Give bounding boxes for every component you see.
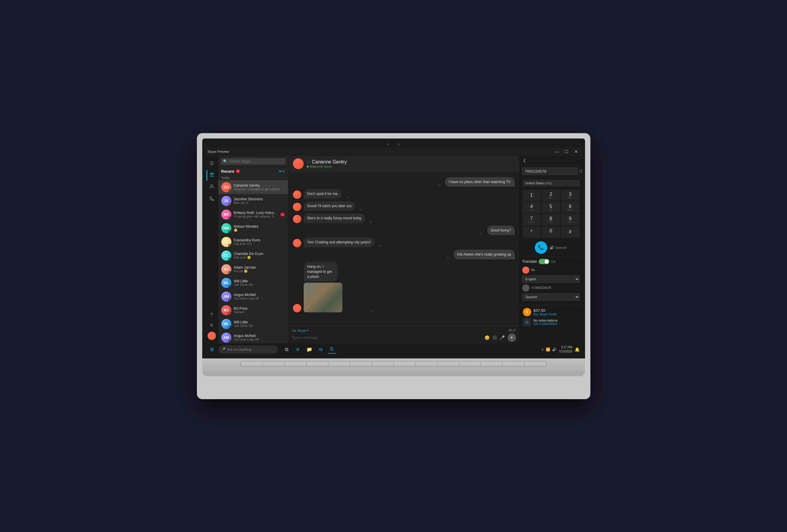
dial-key-3[interactable]: 3 DEF bbox=[561, 190, 580, 201]
translate-me-row: Me bbox=[522, 267, 580, 274]
star-icon[interactable]: ☆ bbox=[307, 160, 310, 164]
dial-key-8[interactable]: 8 TUV bbox=[541, 214, 560, 226]
taskview-button[interactable]: ⧉ bbox=[282, 345, 291, 354]
volume-icon[interactable]: 🔊 bbox=[552, 348, 556, 352]
speaker-icon: 🔊 bbox=[550, 245, 554, 250]
contact-item-1[interactable]: JS Jazmine Simmons Miss you X bbox=[218, 194, 288, 208]
contact-language-select[interactable]: Spanish English French German bbox=[522, 293, 580, 301]
contact-avatar-9: MJ bbox=[221, 305, 231, 315]
network-icon[interactable]: 📶 bbox=[546, 348, 550, 352]
get-subscription-link[interactable]: Get a subscription bbox=[534, 322, 558, 326]
chevron-via-icon: ▾ bbox=[307, 329, 309, 332]
tray-up-icon[interactable]: ∧ bbox=[541, 348, 544, 352]
all-filter[interactable]: All ▾ bbox=[279, 170, 285, 173]
dial-key-2[interactable]: 2 ABC bbox=[541, 190, 560, 201]
image-send-button[interactable]: 🖼 bbox=[492, 335, 497, 340]
backspace-button[interactable]: ⌫ bbox=[579, 169, 582, 174]
send-button[interactable]: ➤ bbox=[508, 333, 516, 342]
contact-item-4[interactable]: CD Cassandra Dunn Call 5min 47s bbox=[218, 235, 288, 249]
emoji-button[interactable]: 😊 bbox=[485, 335, 490, 340]
phone-nav-icon bbox=[209, 196, 214, 202]
call-button[interactable]: 📞 bbox=[535, 241, 547, 254]
contact-item-6[interactable]: AJ Adam Jarman Not yet 😊 bbox=[218, 262, 288, 276]
maximize-button[interactable]: ☐ bbox=[563, 149, 570, 154]
s-icon: S bbox=[526, 310, 528, 314]
notifications-icon[interactable]: 🔔 bbox=[575, 347, 580, 352]
message-row-4: Good funny? 12 bbox=[293, 226, 515, 236]
dial-letters-10: • bbox=[550, 233, 551, 236]
msg-time-4: 12 bbox=[480, 232, 483, 235]
help-button[interactable]: ? bbox=[207, 309, 217, 320]
contact-item-9[interactable]: MJ MJ Price Teehee! bbox=[218, 304, 288, 317]
me-language-select[interactable]: English Spanish French German bbox=[522, 275, 580, 283]
dial-key-4[interactable]: 4 GHI bbox=[522, 202, 541, 214]
translate-toggle[interactable] bbox=[539, 259, 549, 264]
message-input[interactable] bbox=[292, 334, 482, 341]
contact-name-5: Charlotte De Crum bbox=[234, 252, 285, 256]
dial-key-9[interactable]: 9 ABC bbox=[561, 214, 580, 226]
contact-item-3[interactable]: NM Nelson Morales 😊 bbox=[218, 221, 288, 235]
messages-area: I have no plans other than watching TV. … bbox=[288, 172, 519, 326]
dial-key-#[interactable]: # bbox=[561, 226, 580, 238]
dial-key-*[interactable]: * bbox=[522, 226, 541, 238]
windows-start-button[interactable]: ⊞ bbox=[208, 345, 216, 354]
contact-item-0[interactable]: CG Carianne Gentry Hang on, I managed to… bbox=[218, 180, 288, 194]
store-icon: 🛍 bbox=[319, 347, 323, 352]
contact-item-7[interactable]: WL Will Little Call 10min 32s bbox=[218, 276, 288, 290]
dial-key-5[interactable]: 5 JKL bbox=[541, 202, 560, 214]
phone-number-input[interactable] bbox=[522, 168, 578, 175]
settings-button[interactable]: ⚙ bbox=[207, 320, 217, 331]
status-dot-10 bbox=[229, 326, 231, 329]
country-selector[interactable]: United States (+1) bbox=[522, 179, 580, 187]
taskview-icon: ⧉ bbox=[285, 347, 288, 352]
contact-avatar-6: AJ bbox=[221, 264, 231, 274]
explorer-button[interactable]: 📁 bbox=[305, 345, 314, 354]
taskbar-clock[interactable]: 3:17 PM 7/15/2016 bbox=[559, 345, 572, 354]
dial-key-7[interactable]: 7 PQRS bbox=[522, 214, 541, 226]
contact-preview-4: Call 5min 47s bbox=[234, 242, 285, 245]
close-button[interactable]: ✕ bbox=[573, 149, 580, 154]
recent-label: Recent bbox=[221, 169, 234, 174]
minimize-button[interactable]: — bbox=[554, 149, 561, 154]
hamburger-menu-button[interactable]: ☰ bbox=[207, 158, 217, 169]
contacts-nav-button[interactable] bbox=[207, 182, 217, 193]
skype-taskbar-button[interactable]: S bbox=[328, 345, 336, 354]
msg-time-2: 21 bbox=[359, 208, 362, 211]
msg-time-1: 21 bbox=[346, 196, 349, 199]
contact-name-1: Jazmine Simmons bbox=[234, 197, 285, 201]
panel-back-button[interactable]: ❮ bbox=[520, 156, 582, 165]
via-skype-link[interactable]: Skype bbox=[297, 329, 306, 332]
contact-item-5[interactable]: CC Charlotte De Crum Told you!! 😊 bbox=[218, 249, 288, 262]
store-button[interactable]: 🛍 bbox=[317, 345, 325, 354]
dial-key-6[interactable]: 6 MNO bbox=[561, 202, 580, 214]
cortana-search[interactable]: 🎤 Ask me anything bbox=[218, 345, 278, 354]
dial-key-1[interactable]: 1 bbox=[522, 190, 541, 201]
phone-nav-button[interactable] bbox=[207, 194, 217, 204]
all-label: All bbox=[279, 170, 282, 173]
via-skype-bar: Via Skype ▾ Als O bbox=[292, 328, 516, 333]
chat-header: ☆ Carianne Gentry Maternity leave bbox=[288, 156, 519, 172]
dial-key-0[interactable]: 0 • bbox=[541, 226, 560, 238]
search-input[interactable] bbox=[229, 159, 283, 163]
contact-info-8: Angus McNeil You need a day off! bbox=[234, 293, 285, 300]
contact-item-10[interactable]: WL Will Little Call 10min 32s bbox=[218, 317, 288, 331]
chat-area: ☆ Carianne Gentry Maternity leave I have… bbox=[288, 156, 519, 343]
chat-header-info: ☆ Carianne Gentry Maternity leave bbox=[307, 159, 515, 168]
contact-name-10: Will Little bbox=[234, 320, 285, 324]
translate-me-label: Me bbox=[531, 268, 535, 272]
title-bar: Skype Preview — ☐ ✕ bbox=[205, 148, 582, 156]
edge-button[interactable]: e bbox=[294, 345, 302, 354]
contact-item-8[interactable]: AM Angus McNeil You need a day off! bbox=[218, 290, 288, 304]
msg-avatar-2 bbox=[293, 203, 301, 211]
msg-bubble-6: Ha! Awwm she's really growing up bbox=[453, 250, 514, 260]
contact-item-2[interactable]: BR Brittany Roth, Lucy Holcomb, S... I'm… bbox=[218, 208, 288, 221]
contact-avatar-11: AM bbox=[221, 333, 231, 343]
contact-name-0: Carianne Gentry bbox=[234, 183, 285, 187]
dial-letters-2: DEF bbox=[568, 197, 573, 199]
recent-nav-button[interactable] bbox=[207, 170, 217, 181]
buy-credit-link[interactable]: Buy Skype Credit bbox=[534, 313, 556, 316]
my-avatar-button[interactable] bbox=[207, 331, 217, 341]
contact-item-11[interactable]: AM Angus McNeil You need a day off! bbox=[218, 331, 288, 343]
status-dot-11 bbox=[229, 340, 231, 342]
audio-button[interactable]: 🎤 bbox=[500, 335, 505, 340]
